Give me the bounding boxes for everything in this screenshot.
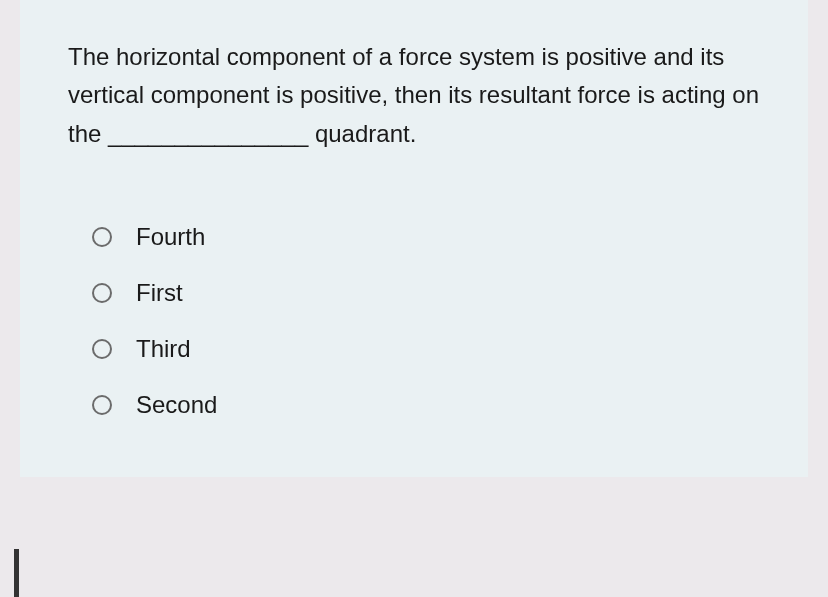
option-third[interactable]: Third: [92, 335, 760, 363]
option-label: Second: [136, 391, 217, 419]
options-group: Fourth First Third Second: [68, 223, 760, 419]
radio-icon: [92, 339, 112, 359]
question-card: The horizontal component of a force syst…: [20, 0, 808, 477]
radio-icon: [92, 227, 112, 247]
option-label: Fourth: [136, 223, 205, 251]
question-text: The horizontal component of a force syst…: [68, 38, 760, 153]
radio-icon: [92, 395, 112, 415]
option-second[interactable]: Second: [92, 391, 760, 419]
option-fourth[interactable]: Fourth: [92, 223, 760, 251]
option-label: Third: [136, 335, 191, 363]
option-label: First: [136, 279, 183, 307]
radio-icon: [92, 283, 112, 303]
option-first[interactable]: First: [92, 279, 760, 307]
accent-bar: [14, 549, 19, 597]
